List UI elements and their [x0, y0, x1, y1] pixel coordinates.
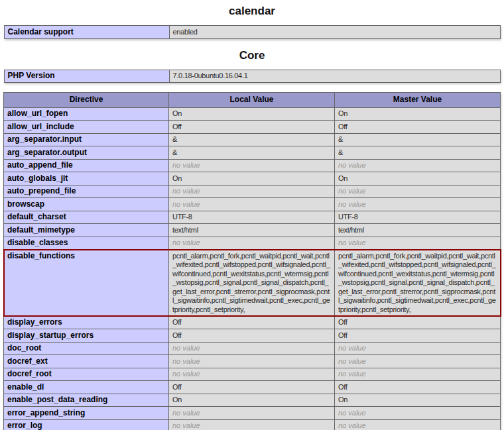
- local-value-cell: Off: [169, 381, 335, 394]
- master-value-cell: Off: [335, 329, 501, 343]
- no-value-text: no value: [172, 409, 200, 417]
- master-value-cell: no value: [335, 342, 501, 355]
- directive-name-cell: auto_append_file: [4, 159, 169, 172]
- master-value-cell: no value: [335, 419, 501, 430]
- no-value-text: no value: [338, 409, 366, 417]
- core-directives-table: Directive Local Value Master Value allow…: [3, 92, 501, 430]
- directive-name-cell: error_log: [4, 419, 169, 430]
- directive-row: auto_globals_jitOnOn: [4, 172, 501, 186]
- master-value-cell: no value: [335, 159, 501, 172]
- no-value-text: no value: [172, 344, 200, 352]
- php-version-label-cell: PHP Version: [4, 70, 169, 83]
- table-row: PHP Version 7.0.18-0ubuntu0.16.04.1: [4, 70, 500, 83]
- master-value-cell: Off: [335, 381, 501, 394]
- no-value-text: no value: [338, 357, 366, 365]
- directive-name-cell: browscap: [4, 198, 169, 211]
- local-value-cell: no value: [169, 237, 335, 250]
- local-value-cell: no value: [169, 355, 335, 368]
- local-value-cell: no value: [169, 198, 335, 211]
- master-value-cell: On: [335, 394, 501, 407]
- no-value-text: no value: [172, 357, 200, 365]
- calendar-section-title: calendar: [0, 5, 504, 18]
- master-value-cell: Off: [335, 121, 501, 134]
- local-value-cell: On: [169, 172, 335, 186]
- local-value-cell: no value: [169, 368, 335, 381]
- local-value-cell: &: [169, 133, 335, 146]
- directive-row: disable_classesno valueno value: [4, 237, 501, 250]
- directives-tbody: allow_url_fopenOnOnallow_url_includeOffO…: [4, 107, 501, 430]
- directive-name-cell: enable_post_data_reading: [4, 394, 169, 407]
- directive-row: browscapno valueno value: [4, 198, 501, 211]
- directive-row: allow_url_fopenOnOn: [4, 107, 501, 121]
- local-value-cell: &: [169, 146, 335, 160]
- local-value-cell: On: [169, 107, 335, 121]
- php-version-value-cell: 7.0.18-0ubuntu0.16.04.1: [169, 70, 500, 83]
- directive-row: allow_url_includeOffOff: [4, 121, 501, 134]
- directive-row: error_logno valueno value: [4, 419, 501, 430]
- calendar-support-value-cell: enabled: [169, 26, 500, 39]
- local-value-cell: On: [169, 394, 335, 407]
- directive-name-cell: docref_ext: [4, 355, 169, 368]
- no-value-text: no value: [338, 344, 366, 352]
- calendar-support-label-cell: Calendar support: [4, 26, 169, 39]
- local-value-cell: Off: [169, 329, 335, 343]
- local-value-cell: Off: [169, 316, 335, 329]
- directives-header-row: Directive Local Value Master Value: [4, 93, 501, 108]
- master-value-cell: no value: [335, 368, 501, 381]
- local-value-column-header: Local Value: [169, 93, 335, 108]
- directive-row: docref_rootno valueno value: [4, 368, 501, 381]
- master-value-cell: no value: [335, 198, 501, 211]
- local-value-cell: Off: [169, 121, 335, 134]
- directive-row: enable_dlOffOff: [4, 381, 501, 394]
- directive-row: error_append_stringno valueno value: [4, 407, 501, 420]
- directive-row: docref_extno valueno value: [4, 355, 501, 368]
- directive-row: arg_separator.input&&: [4, 133, 501, 146]
- local-value-cell: no value: [169, 185, 335, 198]
- local-value-cell: pcntl_alarm,pcntl_fork,pcntl_waitpid,pcn…: [169, 250, 335, 317]
- directive-name-cell: disable_functions: [4, 250, 169, 317]
- directive-row: auto_append_fileno valueno value: [4, 159, 501, 172]
- master-value-cell: no value: [335, 407, 501, 420]
- directive-name-cell: auto_prepend_file: [4, 185, 169, 198]
- directive-name-cell: disable_classes: [4, 237, 169, 250]
- phpinfo-page: calendar Calendar support enabled Core P…: [0, 5, 504, 430]
- no-value-text: no value: [172, 200, 200, 208]
- master-value-cell: On: [335, 172, 501, 186]
- directive-row: auto_prepend_fileno valueno value: [4, 185, 501, 198]
- master-value-column-header: Master Value: [335, 93, 501, 108]
- directive-name-cell: docref_root: [4, 368, 169, 381]
- directive-name-cell: allow_url_include: [4, 121, 169, 134]
- calendar-support-table: Calendar support enabled: [4, 25, 501, 39]
- directive-name-cell: allow_url_fopen: [4, 107, 169, 121]
- directive-row: display_startup_errorsOffOff: [4, 329, 501, 343]
- local-value-cell: no value: [169, 159, 335, 172]
- no-value-text: no value: [172, 239, 200, 246]
- no-value-text: no value: [338, 200, 366, 208]
- directive-name-cell: auto_globals_jit: [4, 172, 169, 186]
- directive-column-header: Directive: [4, 93, 169, 108]
- no-value-text: no value: [338, 187, 366, 195]
- directive-row: display_errorsOffOff: [4, 316, 501, 329]
- directive-name-cell: arg_separator.input: [4, 133, 169, 146]
- no-value-text: no value: [338, 421, 366, 429]
- directive-row: default_mimetypetext/htmltext/html: [4, 224, 501, 237]
- master-value-cell: UTF-8: [335, 211, 501, 224]
- local-value-cell: no value: [169, 419, 335, 430]
- no-value-text: no value: [338, 370, 366, 378]
- no-value-text: no value: [338, 161, 366, 169]
- directive-name-cell: display_errors: [4, 316, 169, 329]
- local-value-cell: no value: [169, 342, 335, 355]
- directive-name-cell: error_append_string: [4, 407, 169, 420]
- core-section-title: Core: [0, 49, 504, 62]
- directive-row: disable_functionspcntl_alarm,pcntl_fork,…: [4, 250, 501, 317]
- master-value-cell: pcntl_alarm,pcntl_fork,pcntl_waitpid,pcn…: [335, 250, 501, 317]
- master-value-cell: &: [335, 146, 501, 160]
- no-value-text: no value: [172, 370, 200, 378]
- local-value-cell: no value: [169, 407, 335, 420]
- table-row: Calendar support enabled: [4, 26, 500, 39]
- local-value-cell: UTF-8: [169, 211, 335, 224]
- master-value-cell: Off: [335, 316, 501, 329]
- directive-row: enable_post_data_readingOnOn: [4, 394, 501, 407]
- no-value-text: no value: [172, 161, 200, 169]
- local-value-cell: text/html: [169, 224, 335, 237]
